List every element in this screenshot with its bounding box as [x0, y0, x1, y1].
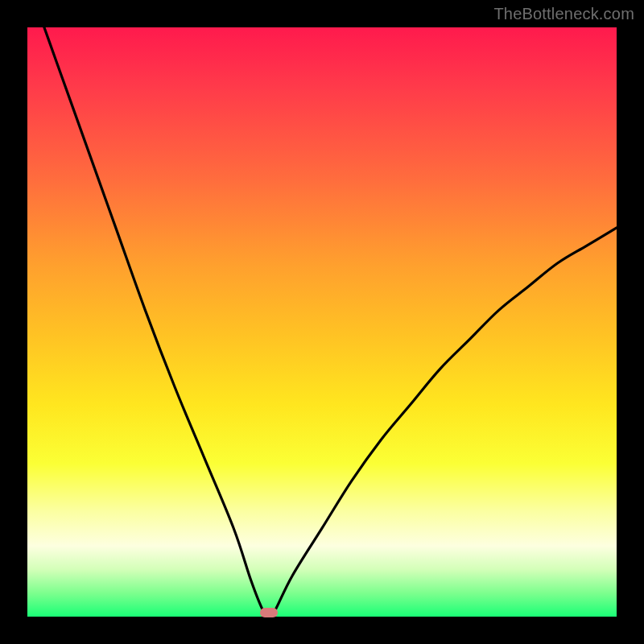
- chart-frame: TheBottleneck.com: [0, 0, 644, 644]
- curve-svg: [27, 27, 617, 617]
- plot-area: [27, 27, 617, 617]
- bottleneck-curve: [27, 27, 617, 617]
- watermark-text: TheBottleneck.com: [493, 5, 634, 23]
- optimal-marker: [260, 608, 278, 617]
